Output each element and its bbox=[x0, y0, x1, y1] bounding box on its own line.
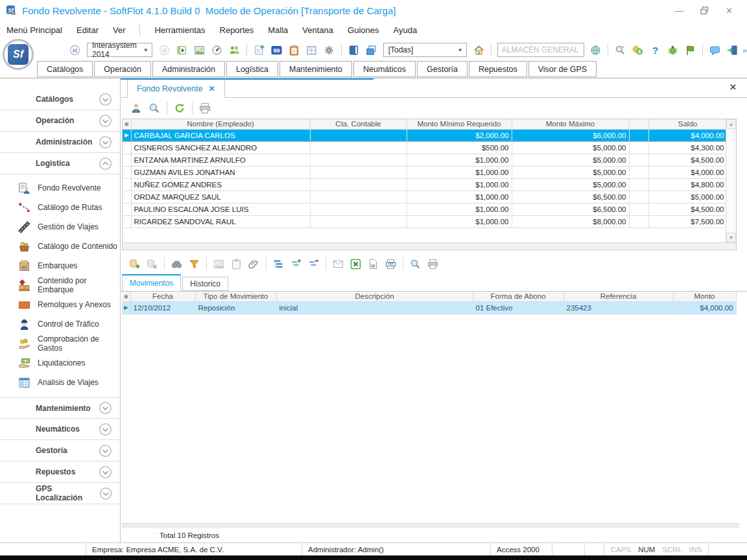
table-row[interactable]: NUÑEZ GOMEZ ANDRES $1,000.00 $5,000.00 $… bbox=[123, 178, 727, 191]
flag-icon[interactable] bbox=[685, 45, 696, 56]
sidebar-section-gestoria[interactable]: Gestoría bbox=[0, 440, 120, 461]
filter-funnel-icon[interactable] bbox=[189, 259, 200, 270]
clipboard-icon[interactable] bbox=[289, 45, 300, 56]
zoom-icon[interactable] bbox=[148, 102, 160, 114]
sidebar-section-repuestos[interactable]: Repuestos bbox=[0, 461, 120, 483]
horizontal-scrollbar-track[interactable] bbox=[122, 523, 739, 528]
employee-icon[interactable] bbox=[130, 102, 142, 114]
expand-tree-icon[interactable] bbox=[290, 259, 302, 270]
minimize-button[interactable]: — bbox=[675, 6, 683, 15]
form-grid-icon[interactable] bbox=[306, 45, 317, 56]
col-nombre[interactable]: Nombre (Empleado) bbox=[131, 119, 310, 129]
attachment-icon[interactable] bbox=[248, 259, 259, 270]
bug-icon[interactable] bbox=[667, 45, 678, 56]
sidebar-section-administracion[interactable]: Administración bbox=[0, 132, 120, 153]
gauge-icon[interactable] bbox=[211, 45, 222, 56]
col-fecha[interactable]: Fecha bbox=[130, 292, 195, 301]
sidebar-section-logistica[interactable]: Logistica bbox=[0, 153, 120, 174]
settings-gear-icon[interactable] bbox=[324, 45, 335, 56]
users-icon[interactable] bbox=[229, 45, 240, 56]
menu-item-principal[interactable]: Menú Principal bbox=[6, 25, 62, 35]
currency-coins-icon[interactable]: $ bbox=[632, 45, 643, 56]
scroll-down-icon[interactable]: ▼ bbox=[726, 233, 736, 242]
close-button[interactable]: ✕ bbox=[726, 6, 733, 15]
preview-icon[interactable] bbox=[410, 259, 421, 270]
menu-item-reportes[interactable]: Reportes bbox=[220, 25, 254, 35]
sidebar-item-catalogo-rutas[interactable]: Catálogo de Rutas bbox=[0, 198, 120, 217]
sidebar-section-gps-localizacion[interactable]: GPS Localización bbox=[0, 483, 120, 504]
sidebar-item-liquidaciones[interactable]: Liquidaciones bbox=[0, 353, 120, 373]
col-forma-abono[interactable]: Forma de Abono bbox=[473, 292, 563, 301]
col-descripcion[interactable]: Descripción bbox=[276, 292, 473, 301]
document-tab-fondo-revolvente[interactable]: Fondo Revolvente ✕ bbox=[127, 78, 225, 98]
tab-close-icon[interactable]: ✕ bbox=[208, 84, 215, 93]
tab-logistica[interactable]: Logística bbox=[226, 61, 278, 77]
print-icon[interactable] bbox=[427, 259, 438, 270]
home-icon[interactable] bbox=[473, 45, 484, 56]
table-row[interactable]: GUZMAN AVILES JONATHAN $1,000.00 $5,000.… bbox=[123, 166, 727, 178]
menu-item-ver[interactable]: Ver bbox=[113, 25, 126, 35]
search-tool-icon[interactable] bbox=[615, 45, 626, 56]
scope-select[interactable]: [Todas] ▼ bbox=[383, 43, 467, 57]
tab-movimientos[interactable]: Movimientos bbox=[122, 274, 181, 291]
archive-box-icon[interactable] bbox=[176, 45, 187, 56]
sidebar-item-control-trafico[interactable]: Control de Tráfico bbox=[0, 314, 120, 334]
excel-export-icon[interactable] bbox=[350, 259, 361, 270]
table-row[interactable]: PAULINO ESCALONA JOSE LUIS $1,000.00 $6,… bbox=[123, 203, 727, 215]
doc-export-icon[interactable] bbox=[368, 259, 379, 270]
menu-item-malla[interactable]: Malla bbox=[268, 25, 288, 35]
menu-item-herramientas[interactable]: Herramientas bbox=[154, 25, 205, 35]
tab-administracion[interactable]: Administración bbox=[152, 61, 225, 77]
sidebar-item-fondo-revolvente[interactable]: Fondo Revolvente bbox=[0, 178, 120, 198]
table-row[interactable]: ENTZANA MARTINEZ ARNULFO $1,000.00 $5,00… bbox=[123, 154, 727, 166]
new-document-icon[interactable] bbox=[254, 45, 265, 56]
panel-book-icon[interactable] bbox=[348, 45, 359, 56]
vertical-scrollbar[interactable]: ▲ ▼ bbox=[726, 119, 736, 242]
tab-gestoria[interactable]: Gestoría bbox=[417, 61, 468, 77]
refresh-icon[interactable] bbox=[174, 102, 185, 114]
table-row[interactable]: CISNEROS SANCHEZ ALEJANDRO $500.00 $5,00… bbox=[123, 141, 727, 154]
col-saldo[interactable]: Saldo bbox=[648, 119, 727, 129]
binoculars-icon[interactable] bbox=[171, 259, 182, 270]
sidebar-item-embarques[interactable]: Embarques bbox=[0, 256, 120, 275]
col-monto[interactable]: Monto bbox=[673, 292, 736, 301]
restore-button[interactable] bbox=[700, 6, 709, 15]
exit-icon[interactable] bbox=[727, 45, 738, 56]
windows-cascade-icon[interactable] bbox=[366, 45, 377, 56]
collapse-tree-icon[interactable] bbox=[308, 259, 319, 270]
txt-export-icon[interactable]: TXT bbox=[385, 259, 396, 270]
sidebar-item-analisis-viajes[interactable]: Analisis de Viajes bbox=[0, 373, 120, 392]
tab-operacion[interactable]: Operación bbox=[94, 61, 151, 77]
sidebar-section-mantenimiento[interactable]: Mantenimiento bbox=[0, 397, 120, 419]
email-icon[interactable] bbox=[333, 259, 344, 270]
toolbar-overflow-icon[interactable]: » bbox=[742, 45, 747, 55]
sidebar-item-contenido-embarque[interactable]: Contenido por Embarque bbox=[0, 275, 120, 295]
sidebar-item-gestion-viajes[interactable]: Gestión de Viajes bbox=[0, 217, 120, 237]
company-select[interactable]: Interasystem 2014 ▼ bbox=[87, 43, 152, 57]
globe-icon[interactable] bbox=[590, 45, 601, 56]
menu-item-ventana[interactable]: Ventana bbox=[302, 25, 333, 35]
table-row[interactable]: ▶ 12/10/2012 Reposición inicial 01 Efect… bbox=[122, 301, 736, 314]
table-row[interactable]: RICARDEZ SANDOVAL RAUL $1,000.00 $8,000.… bbox=[123, 215, 727, 228]
tab-repuestos[interactable]: Repuestos bbox=[469, 61, 527, 77]
table-row[interactable]: ▶ CARBAJAL GARCIA CARLOS $2,000.00 $6,00… bbox=[123, 129, 727, 141]
sidebar-section-neumaticos[interactable]: Neumáticos bbox=[0, 419, 120, 440]
tab-visor-gps[interactable]: Visor de GPS bbox=[528, 61, 597, 77]
number-99-icon[interactable]: 99 bbox=[271, 45, 282, 56]
tab-historico[interactable]: Historico bbox=[182, 277, 228, 291]
chat-icon[interactable] bbox=[709, 45, 720, 56]
menu-item-editar[interactable]: Editar bbox=[77, 25, 99, 35]
warehouse-input[interactable] bbox=[497, 43, 584, 57]
sidebar-section-catalogos[interactable]: Catálogos bbox=[0, 89, 120, 110]
col-monto-minimo[interactable]: Monto Mínimo Requerido bbox=[407, 119, 512, 129]
col-tipo-movimiento[interactable]: Tipo de Movimiento bbox=[195, 292, 276, 301]
document-close-icon[interactable]: ✕ bbox=[729, 82, 737, 92]
sidebar-item-catalogo-contenido[interactable]: Catálogo de Contenido bbox=[0, 237, 120, 256]
tab-neumaticos[interactable]: Neumáticos bbox=[353, 61, 416, 77]
sidebar-section-operacion[interactable]: Operación bbox=[0, 110, 120, 132]
m-badge-icon[interactable]: M bbox=[69, 45, 80, 56]
add-record-icon[interactable] bbox=[129, 259, 140, 270]
print-icon[interactable] bbox=[199, 102, 211, 114]
col-cta-contable[interactable]: Cta. Contable bbox=[310, 119, 407, 129]
sidebar-item-remolques[interactable]: Remolques y Anexos bbox=[0, 295, 120, 314]
